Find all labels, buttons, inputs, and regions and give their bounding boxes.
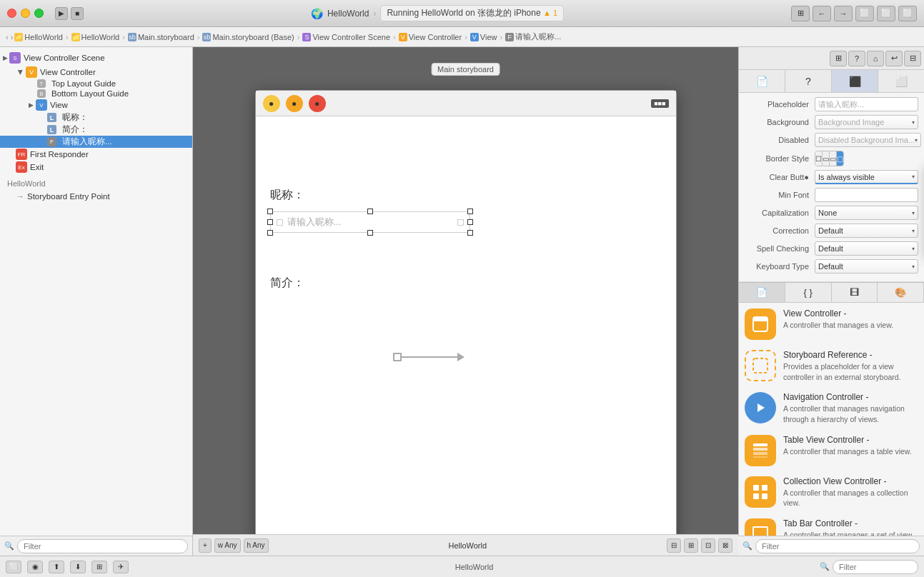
minimize-button[interactable] <box>21 9 30 18</box>
tab-attributes[interactable]: ⬜ <box>878 70 924 92</box>
panel-toggle-3[interactable]: ⬜ <box>898 6 917 21</box>
obj-lib-tab-color[interactable]: 🎨 <box>878 283 924 302</box>
obj-lib-tab-media[interactable]: 🎞 <box>832 283 878 302</box>
cap-select[interactable]: None ▾ <box>815 206 918 220</box>
panel-toggle-2[interactable]: ⬜ <box>877 6 895 21</box>
breadcrumb-main-base[interactable]: Main.storyboard (Base) <box>212 33 294 41</box>
breadcrumb-main-storyboard[interactable]: Main.storyboard <box>138 33 194 41</box>
selection-handle-tm[interactable] <box>367 209 373 214</box>
maximize-button[interactable] <box>34 9 44 18</box>
obj-filter-input[interactable] <box>755 539 920 553</box>
tree-item-textfield[interactable]: F 请输入昵称... <box>0 136 192 148</box>
svg-marker-5 <box>757 403 765 412</box>
border-rounded[interactable]: ▢ <box>837 151 843 166</box>
tree-item-exit[interactable]: Ex Exit <box>0 161 192 174</box>
placeholder-input[interactable]: 请输入昵称... <box>815 97 918 111</box>
keyboard-select[interactable]: Default ▾ <box>815 259 918 274</box>
right-tb-btn-2[interactable]: ? <box>848 51 865 66</box>
obj-info-nav: Navigation Controller - A controller tha… <box>783 392 918 424</box>
view-expand-arrow[interactable]: ▶ <box>26 101 36 109</box>
disabled-select[interactable]: Disabled Background Ima... ▾ <box>815 133 921 147</box>
back-btn[interactable]: ← <box>813 6 831 21</box>
correction-row: Correction Default ▾ <box>745 224 918 238</box>
breadcrumb-field[interactable]: 请输入昵称... <box>515 31 561 42</box>
vc-icon: V <box>399 33 407 41</box>
forward-btn[interactable]: → <box>834 6 853 21</box>
status-left: ⬜ ◉ ⬆ ⬇ ⊞ ✈ <box>6 561 129 573</box>
stop-button[interactable]: ■ <box>71 7 84 20</box>
breadcrumb-scene[interactable]: View Controller Scene <box>312 33 390 41</box>
background-select[interactable]: Background Image ▾ <box>815 115 918 129</box>
right-tb-btn-1[interactable]: ⊞ <box>830 51 847 66</box>
status-btn-1[interactable]: ⬜ <box>6 561 21 573</box>
keyboard-row: Keyboard Type Default ▾ <box>745 259 918 274</box>
clear-button-select[interactable]: Is always visible ▾ <box>815 170 918 184</box>
size-class-w[interactable]: w Any <box>214 538 241 553</box>
main-layout: ▶ S View Controller Scene ▶ V View Contr… <box>0 47 924 556</box>
breadcrumb-helloworld1[interactable]: HelloWorld <box>24 33 63 41</box>
status-btn-2[interactable]: ◉ <box>27 561 43 573</box>
tree-item-top-layout[interactable]: T Top Layout Guide <box>0 79 192 89</box>
selection-handle-tr[interactable] <box>467 209 473 214</box>
breadcrumb-vc[interactable]: View Controller <box>409 33 462 41</box>
min-font-input[interactable] <box>815 188 918 202</box>
layout-btn-1[interactable]: ⊟ <box>667 538 681 553</box>
run-button[interactable]: ▶ <box>55 7 68 20</box>
breadcrumb: ‹ › 📁 HelloWorld › 📁 HelloWorld › sb Mai… <box>0 27 924 47</box>
breadcrumb-helloworld2[interactable]: HelloWorld <box>81 33 120 41</box>
status-btn-4[interactable]: ⬇ <box>70 561 86 573</box>
toolbar-icon-3[interactable]: ● <box>309 95 326 112</box>
L-icon-2: L <box>47 125 56 134</box>
scene-expand-arrow[interactable]: ▶ <box>3 54 8 61</box>
layout-btn-2[interactable]: ⊞ <box>684 538 698 553</box>
border-style-segmented[interactable]: ☐ ▭ ▭ ▢ <box>815 151 844 166</box>
border-none[interactable]: ☐ <box>815 151 823 166</box>
layout-toggle[interactable]: ⊞ <box>791 6 810 21</box>
selection-handle-mr[interactable] <box>467 219 473 225</box>
correction-select[interactable]: Default ▾ <box>815 224 918 238</box>
status-btn-5[interactable]: ⊞ <box>91 561 107 573</box>
filter-input[interactable] <box>17 539 188 553</box>
obj-lib-tab-code[interactable]: { } <box>785 283 832 302</box>
status-btn-3[interactable]: ⬆ <box>49 561 64 573</box>
breadcrumb-view[interactable]: View <box>480 33 497 41</box>
add-button[interactable]: + <box>199 538 212 553</box>
tree-item-bio-label[interactable]: L 简介： <box>0 124 192 136</box>
border-bezel[interactable]: ▭ <box>830 151 837 166</box>
iphone-toolbar: ● ● ● ■■■ <box>256 91 676 116</box>
selection-handle-bm[interactable] <box>367 230 373 236</box>
selection-handle-ml[interactable] <box>267 219 273 225</box>
right-tb-btn-3[interactable]: ⌂ <box>867 51 884 66</box>
tree-item-bottom-layout[interactable]: B Bottom Layout Guide <box>0 89 192 99</box>
canvas-area[interactable]: Main storyboard ● ● ● ■■■ 昵称： <box>193 47 738 534</box>
panel-toggle-1[interactable]: ⬜ <box>855 6 874 21</box>
status-filter-input[interactable] <box>833 560 918 574</box>
spell-select[interactable]: Default ▾ <box>815 241 918 256</box>
close-button[interactable] <box>7 9 16 18</box>
vc-expand-arrow[interactable]: ▶ <box>17 67 24 77</box>
tab-quick-help[interactable]: ? <box>785 70 832 92</box>
status-btn-6[interactable]: ✈ <box>113 561 129 573</box>
tree-item-entry-point[interactable]: → Storyboard Entry Point <box>0 191 192 202</box>
tree-item-nickname-label[interactable]: L 昵称： <box>0 111 192 124</box>
toolbar-icon-2[interactable]: ● <box>286 95 303 112</box>
bottom-layout-icon: B <box>37 89 46 98</box>
selection-handle-tl[interactable] <box>267 209 273 214</box>
right-tb-btn-4[interactable]: ↩ <box>885 51 903 66</box>
tree-item-vc[interactable]: ▶ V View Controller <box>0 66 192 79</box>
tree-item-first-responder[interactable]: FR First Responder <box>0 148 192 161</box>
tree-item-view[interactable]: ▶ V View <box>0 99 192 111</box>
selection-handle-bl[interactable] <box>267 230 273 236</box>
tab-identity[interactable]: ⬛ <box>832 70 878 92</box>
size-class-h[interactable]: h Any <box>244 538 269 553</box>
correction-label: Correction <box>745 226 809 235</box>
tab-file[interactable]: 📄 <box>739 70 785 92</box>
toolbar-icon-1[interactable]: ● <box>263 95 280 112</box>
right-tb-btn-5[interactable]: ⊟ <box>904 51 921 66</box>
breadcrumb-back[interactable]: ‹ › <box>6 33 13 41</box>
border-line[interactable]: ▭ <box>823 151 830 166</box>
selection-handle-br[interactable] <box>467 230 473 236</box>
layout-btn-4[interactable]: ⊠ <box>718 538 732 553</box>
layout-btn-3[interactable]: ⊡ <box>701 538 715 553</box>
obj-lib-tab-file[interactable]: 📄 <box>739 283 785 302</box>
